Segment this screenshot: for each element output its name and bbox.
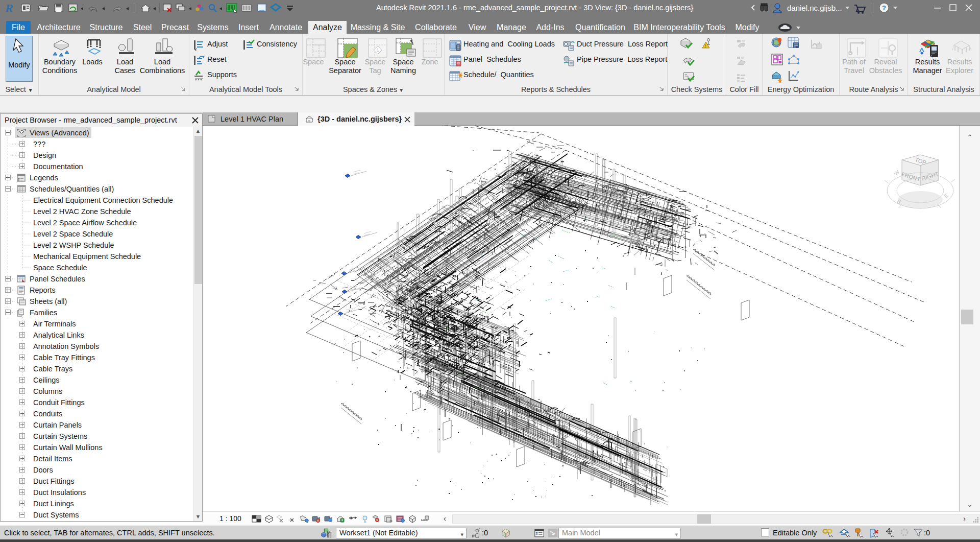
svg-text:E: E: [943, 193, 950, 199]
svg-text:1: 1: [377, 48, 379, 53]
svg-text:!: !: [705, 43, 706, 49]
svg-text:daniel.nc.gijsb...: daniel.nc.gijsb...: [787, 4, 842, 12]
svg-text:W: W: [893, 169, 901, 177]
svg-text:?: ?: [882, 4, 886, 12]
svg-text:R: R: [5, 2, 13, 15]
